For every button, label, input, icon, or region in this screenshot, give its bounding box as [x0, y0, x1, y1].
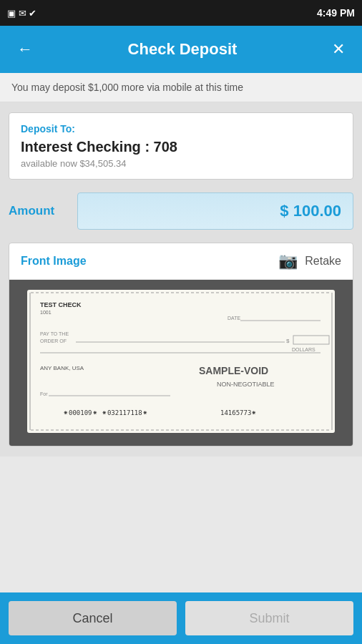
svg-text:PAY TO THE: PAY TO THE — [40, 331, 69, 336]
info-message: You may deposit $1,000 more via mobile a… — [11, 82, 243, 93]
check-image-container: TEST CHECK 1001 DATE PAY TO THE ORDER OF… — [9, 280, 353, 446]
svg-text:⁕000109⁕ ⁕032117118⁕: ⁕000109⁕ ⁕032117118⁕ — [63, 409, 148, 416]
bottom-bar: Cancel Submit — [0, 592, 362, 644]
retake-button[interactable]: Retake — [305, 255, 341, 268]
amount-row: Amount — [9, 190, 353, 233]
close-button[interactable]: ✕ — [326, 39, 351, 60]
status-time: 4:49 PM — [317, 7, 355, 19]
status-icons: ▣ ✉ ✔ — [7, 8, 36, 19]
svg-text:DOLLARS: DOLLARS — [292, 347, 315, 352]
svg-text:1001: 1001 — [40, 310, 52, 315]
header: ← Check Deposit ✕ — [0, 26, 362, 73]
camera-icon[interactable]: 📷 — [278, 252, 298, 270]
amount-input[interactable] — [77, 192, 353, 230]
amount-label: Amount — [9, 204, 66, 218]
back-button[interactable]: ← — [11, 39, 39, 60]
front-image-card: Front Image 📷 Retake TEST CHECK 1001 — [9, 243, 353, 447]
front-image-title: Front Image — [21, 255, 87, 268]
svg-text:14165773⁕: 14165773⁕ — [220, 409, 257, 416]
check-image: TEST CHECK 1001 DATE PAY TO THE ORDER OF… — [19, 290, 343, 433]
svg-text:$: $ — [286, 338, 290, 344]
image-card-actions: 📷 Retake — [278, 252, 341, 270]
svg-text:ORDER OF: ORDER OF — [40, 338, 67, 343]
main-content: Deposit To: Interest Checking : 708 avai… — [0, 102, 362, 457]
image-card-header: Front Image 📷 Retake — [9, 243, 353, 280]
svg-text:DATE: DATE — [228, 316, 240, 321]
header-title: Check Deposit — [39, 40, 326, 59]
cancel-button[interactable]: Cancel — [9, 601, 177, 635]
deposit-card: Deposit To: Interest Checking : 708 avai… — [9, 112, 353, 180]
svg-text:TEST CHECK: TEST CHECK — [40, 301, 82, 308]
svg-text:SAMPLE-VOID: SAMPLE-VOID — [199, 365, 268, 376]
deposit-to-label: Deposit To: — [21, 123, 341, 135]
deposit-available: available now $34,505.34 — [21, 158, 341, 169]
submit-button[interactable]: Submit — [185, 601, 353, 635]
status-bar: ▣ ✉ ✔ 4:49 PM — [0, 0, 362, 26]
svg-text:NON-NEGOTIABLE: NON-NEGOTIABLE — [217, 381, 275, 388]
info-bar: You may deposit $1,000 more via mobile a… — [0, 73, 362, 102]
notification-icons: ▣ ✉ ✔ — [7, 8, 36, 19]
svg-text:ANY BANK, USA: ANY BANK, USA — [40, 365, 84, 371]
svg-text:For: For — [40, 391, 48, 396]
deposit-account: Interest Checking : 708 — [21, 139, 341, 155]
